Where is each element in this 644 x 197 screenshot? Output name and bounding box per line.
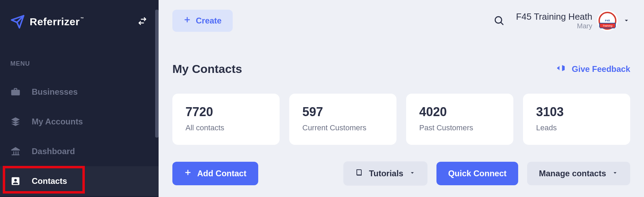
add-contact-button[interactable]: Add Contact	[172, 162, 258, 185]
page-title: My Contacts	[172, 62, 242, 76]
page-header: My Contacts Give Feedback	[172, 62, 630, 76]
logo-main-text: F45	[605, 19, 610, 22]
stat-value: 597	[302, 105, 383, 119]
quick-connect-label: Quick Connect	[448, 169, 506, 178]
account-logo: F45 Training	[597, 10, 618, 31]
main: Create F45 Training Heath Mary F45 Train…	[159, 0, 644, 197]
sidebar-item-label: My Accounts	[32, 117, 83, 126]
account-user: Mary	[516, 22, 592, 30]
bank-icon	[10, 146, 21, 157]
search-button[interactable]	[493, 15, 504, 27]
chevron-down-icon	[409, 169, 416, 178]
manage-contacts-label: Manage contacts	[539, 169, 606, 178]
plus-icon	[183, 16, 191, 26]
brand-name: Referrizer	[30, 16, 80, 28]
account-switcher[interactable]: F45 Training Heath Mary F45 Training	[516, 10, 630, 31]
give-feedback-link[interactable]: Give Feedback	[556, 64, 630, 75]
chevron-down-icon	[612, 169, 618, 178]
stat-label: Current Customers	[302, 123, 383, 132]
sidebar: Referrizer MENU Businesses My Accounts D	[0, 0, 159, 197]
stat-card-past-customers[interactable]: 4020 Past Customers	[406, 94, 513, 145]
logo-banner-text: Training	[599, 23, 616, 28]
stat-label: All contacts	[185, 123, 266, 132]
add-contact-label: Add Contact	[197, 169, 246, 178]
sidebar-top: Referrizer	[0, 0, 159, 29]
layers-icon	[10, 116, 21, 127]
quick-connect-button[interactable]: Quick Connect	[436, 162, 518, 185]
sidebar-scrollbar[interactable]	[155, 10, 159, 138]
tutorials-button[interactable]: Tutorials	[343, 161, 427, 186]
stat-card-all-contacts[interactable]: 7720 All contacts	[172, 94, 280, 145]
topbar: Create F45 Training Heath Mary F45 Train…	[172, 0, 630, 41]
stat-value: 4020	[419, 105, 500, 119]
sidebar-nav: Businesses My Accounts Dashboard Contact…	[0, 77, 159, 196]
stat-label: Leads	[536, 123, 617, 132]
create-button[interactable]: Create	[172, 10, 233, 32]
chevron-down-icon	[623, 20, 630, 25]
brand-logo-icon	[10, 15, 25, 29]
stat-label: Past Customers	[419, 123, 500, 132]
sidebar-menu-label: MENU	[0, 60, 159, 67]
contact-icon	[10, 176, 21, 186]
topbar-right: F45 Training Heath Mary F45 Training	[493, 10, 630, 31]
sidebar-item-my-accounts[interactable]: My Accounts	[0, 107, 159, 137]
brand[interactable]: Referrizer	[10, 15, 80, 29]
book-icon	[355, 168, 363, 179]
account-name: F45 Training Heath	[516, 11, 592, 22]
stat-card-current-customers[interactable]: 597 Current Customers	[289, 94, 396, 145]
sidebar-item-dashboard[interactable]: Dashboard	[0, 137, 159, 166]
sidebar-item-label: Businesses	[32, 87, 78, 97]
account-text: F45 Training Heath Mary	[516, 11, 592, 30]
briefcase-icon	[10, 87, 21, 97]
megaphone-icon	[556, 64, 565, 75]
stats-row: 7720 All contacts 597 Current Customers …	[172, 94, 630, 145]
sidebar-item-contacts[interactable]: Contacts	[0, 166, 159, 196]
sidebar-item-label: Dashboard	[32, 147, 75, 156]
search-icon	[493, 22, 504, 27]
stat-card-leads[interactable]: 3103 Leads	[523, 94, 630, 145]
manage-contacts-button[interactable]: Manage contacts	[527, 162, 630, 185]
create-label: Create	[196, 16, 222, 26]
stat-value: 3103	[536, 105, 617, 119]
stat-value: 7720	[185, 105, 266, 119]
swap-icon[interactable]	[138, 17, 147, 27]
sidebar-item-businesses[interactable]: Businesses	[0, 77, 159, 107]
feedback-label: Give Feedback	[572, 64, 630, 74]
action-row: Add Contact Tutorials Quick Connect Mana…	[172, 161, 630, 186]
tutorials-label: Tutorials	[369, 169, 403, 178]
account-chevron[interactable]	[623, 17, 630, 25]
sidebar-item-label: Contacts	[32, 176, 67, 186]
plus-icon	[184, 169, 192, 178]
